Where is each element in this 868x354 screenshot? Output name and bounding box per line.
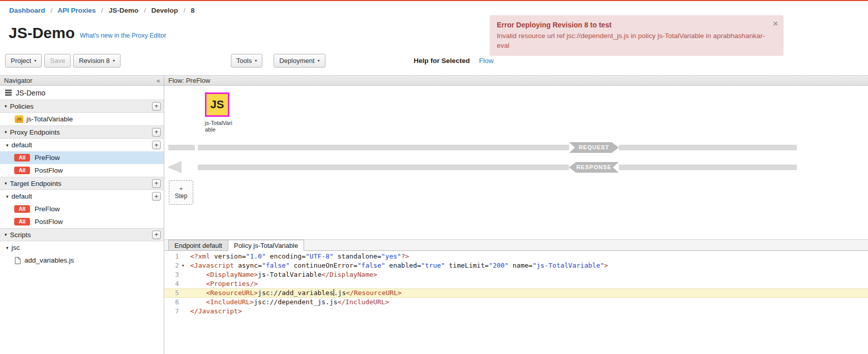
nav-item-label: default <box>12 192 33 200</box>
chevron-down-icon: ▾ <box>113 58 115 63</box>
whats-new-link[interactable]: What's new in the Proxy Editor <box>80 32 166 39</box>
revision-button-label: Revision 8 <box>79 57 110 65</box>
all-conditions-badge: All <box>14 205 30 213</box>
policy-node-js-totalvariable[interactable]: JS js-TotalVariable <box>205 92 236 133</box>
breadcrumb-api-proxies-link[interactable]: API Proxies <box>57 7 96 14</box>
editor-tabbar: Endpoint default Policy js-TotalVariable <box>164 240 868 251</box>
code-line-content: </Javascript> <box>187 307 868 316</box>
caret-down-icon: ▾ <box>6 245 9 250</box>
add-proxy-flow-button[interactable]: + <box>152 141 161 149</box>
nav-item-jsc-folder[interactable]: ▾ jsc <box>0 241 164 254</box>
workspace: Navigator « JS-Demo ▾ Policies + JS j <box>0 75 868 354</box>
tools-button[interactable]: Tools ▾ <box>231 54 262 68</box>
add-target-flow-button[interactable]: + <box>152 192 161 201</box>
section-label: Policies <box>10 103 34 110</box>
request-flow-bar <box>619 145 797 150</box>
section-label: Proxy Endpoints <box>10 128 60 136</box>
file-icon <box>15 257 21 264</box>
caret-down-icon: ▾ <box>5 181 7 186</box>
save-button[interactable]: Save <box>44 54 71 68</box>
deployment-button[interactable]: Deployment ▾ <box>274 54 325 68</box>
nav-section-policies[interactable]: ▾ Policies + <box>0 100 164 113</box>
fold-spacer <box>179 270 187 279</box>
breadcrumb: Dashboard / API Proxies / JS-Demo / Deve… <box>9 7 195 14</box>
revision-button[interactable]: Revision 8 ▾ <box>73 54 121 68</box>
response-arrow-icon <box>167 161 182 173</box>
response-label: RESPONSE <box>569 162 619 173</box>
tab-endpoint-default[interactable]: Endpoint default <box>168 240 228 250</box>
response-flow-bar <box>619 165 797 170</box>
breadcrumb-separator: / <box>50 7 52 14</box>
nav-section-target-endpoints[interactable]: ▾ Target Endpoints + <box>0 177 164 190</box>
code-line-7[interactable]: 7</Javascript> <box>164 307 868 316</box>
js-policy-badge-icon: JS <box>15 115 23 123</box>
chevron-down-icon: ▾ <box>255 58 257 63</box>
nav-item-target-postflow[interactable]: All PostFlow <box>0 215 164 228</box>
navigator-header: Navigator « <box>0 75 164 86</box>
line-number: 5 <box>164 288 179 298</box>
section-label: Scripts <box>10 231 31 239</box>
proxy-bundle-icon <box>5 89 12 96</box>
code-line-3[interactable]: 3 <DisplayName>js-TotalVariable</Display… <box>164 270 868 279</box>
deployment-button-label: Deployment <box>279 57 314 65</box>
caret-down-icon: ▾ <box>5 232 7 237</box>
code-line-5[interactable]: 5 <ResourceURL>jsc://add_variables.js</R… <box>164 288 868 298</box>
nav-item-js-totalvariable[interactable]: JS js-TotalVariable <box>0 113 164 125</box>
project-button-label: Project <box>11 57 31 65</box>
collapse-navigator-button[interactable]: « <box>157 77 160 84</box>
breadcrumb-dashboard-link[interactable]: Dashboard <box>9 7 45 14</box>
code-line-content: <IncludeURL>jsc://dependent_js.js</Inclu… <box>187 298 868 307</box>
code-line-4[interactable]: 4 <Properties/> <box>164 279 868 288</box>
apigee-proxy-editor: Dashboard / API Proxies / JS-Demo / Deve… <box>0 0 868 354</box>
nav-item-proxy-default[interactable]: ▾ default + <box>0 139 164 151</box>
add-proxy-endpoint-button[interactable]: + <box>152 128 161 137</box>
fold-spacer <box>179 252 187 261</box>
nav-section-proxy-endpoints[interactable]: ▾ Proxy Endpoints + <box>0 125 164 139</box>
error-banner: Error Deploying Revision 8 to test Inval… <box>490 15 784 56</box>
fold-spacer <box>179 279 187 288</box>
tools-button-label: Tools <box>236 57 252 65</box>
fold-spacer <box>179 307 187 316</box>
js-policy-icon: JS <box>205 92 229 117</box>
add-target-endpoint-button[interactable]: + <box>152 179 161 188</box>
nav-item-add-variables-js[interactable]: add_variables.js <box>0 254 164 267</box>
nav-section-scripts[interactable]: ▾ Scripts + <box>0 228 164 241</box>
caret-down-icon: ▾ <box>5 104 7 109</box>
add-policy-button[interactable]: + <box>152 102 161 111</box>
line-number: 7 <box>164 307 179 316</box>
code-line-1[interactable]: 1<?xml version="1.0" encoding="UTF-8" st… <box>164 252 868 261</box>
save-button-label: Save <box>50 57 65 65</box>
nav-item-target-preflow[interactable]: All PreFlow <box>0 203 164 215</box>
navigator-tree: JS-Demo ▾ Policies + JS js-TotalVariable… <box>0 86 164 354</box>
fold-toggle-icon[interactable]: ▾ <box>179 261 187 270</box>
flow-editor-pane: Flow: PreFlow JS js-TotalVariable REQUES… <box>164 75 868 354</box>
policy-node-label: js-TotalVariable <box>205 120 234 133</box>
code-line-6[interactable]: 6 <IncludeURL>jsc://dependent_js.js</Inc… <box>164 298 868 307</box>
add-script-button[interactable]: + <box>152 231 161 239</box>
page-header: JS-Demo What's new in the Proxy Editor <box>9 24 166 42</box>
breadcrumb-separator: / <box>101 7 103 14</box>
caret-down-icon: ▾ <box>6 143 9 148</box>
code-line-content: <Properties/> <box>187 279 868 288</box>
tab-policy-js-totalvariable[interactable]: Policy js-TotalVariable <box>228 240 304 251</box>
nav-item-proxy-root[interactable]: JS-Demo <box>0 86 164 100</box>
nav-item-target-default[interactable]: ▾ default + <box>0 190 164 203</box>
plus-icon: + <box>179 186 183 192</box>
close-icon[interactable]: × <box>773 19 778 29</box>
section-label: Target Endpoints <box>10 180 62 187</box>
chevron-down-icon: ▾ <box>318 58 320 63</box>
top-accent-line <box>0 0 868 1</box>
flow-help-link[interactable]: Flow <box>479 57 494 65</box>
page-title: JS-Demo <box>9 24 75 42</box>
add-step-button[interactable]: + Step <box>169 180 193 205</box>
code-line-2[interactable]: 2▾<Javascript async="false" continueOnEr… <box>164 261 868 270</box>
caret-down-icon: ▾ <box>5 130 7 135</box>
code-area[interactable]: 1<?xml version="1.0" encoding="UTF-8" st… <box>164 251 868 354</box>
fold-spacer <box>179 288 187 298</box>
nav-item-proxy-preflow[interactable]: All PreFlow <box>0 151 164 164</box>
project-button[interactable]: Project ▾ <box>5 54 42 68</box>
nav-item-proxy-postflow[interactable]: All PostFlow <box>0 164 164 177</box>
navigator-title: Navigator <box>4 77 33 84</box>
caret-down-icon: ▾ <box>6 194 9 199</box>
flow-header-label: Flow: PreFlow <box>168 77 210 84</box>
